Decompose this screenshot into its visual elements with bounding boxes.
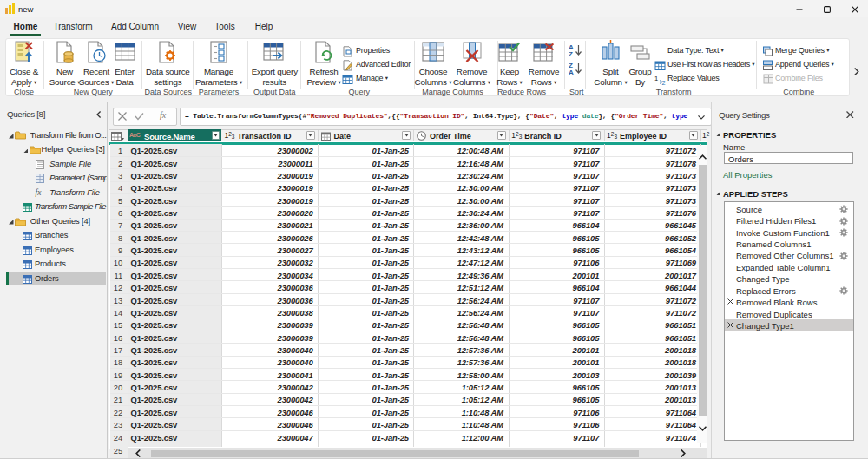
svg-text:Z: Z [569, 50, 573, 56]
svg-text:1: 1 [654, 75, 658, 82]
svg-text:2: 2 [662, 79, 666, 86]
